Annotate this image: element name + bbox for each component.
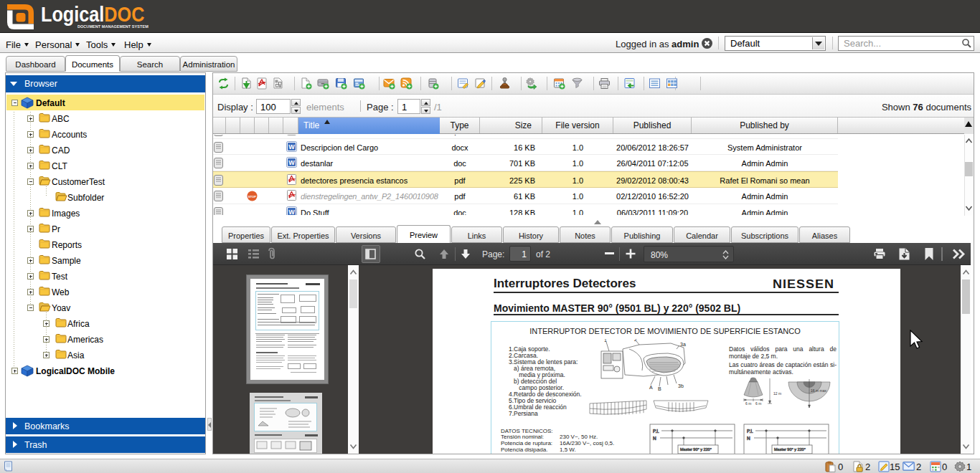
svg-text:Master 90° y 220°: Master 90° y 220° — [680, 447, 712, 452]
svg-text:16 m max: 16 m max — [811, 388, 826, 393]
svg-text:3b: 3b — [678, 383, 684, 388]
svg-text:Master 90° y 220°: Master 90° y 220° — [774, 447, 806, 452]
svg-text:12 m: 12 m — [773, 391, 781, 396]
svg-text:W: W — [288, 159, 295, 166]
svg-text:P.I.: P.I. — [653, 429, 659, 434]
svg-text:W: W — [288, 143, 295, 150]
svg-text:2: 2 — [634, 339, 637, 342]
svg-text:B: B — [658, 386, 661, 391]
svg-text:6 m: 6 m — [755, 401, 761, 406]
svg-text:6 m: 6 m — [745, 401, 751, 406]
svg-text:N: N — [653, 436, 656, 441]
svg-text:1: 1 — [604, 339, 607, 343]
svg-text:A: A — [649, 385, 653, 390]
svg-text:P.I.: P.I. — [747, 429, 753, 434]
svg-text:STOP: STOP — [248, 195, 257, 199]
svg-text:N: N — [747, 436, 750, 441]
svg-text:W: W — [288, 209, 295, 215]
svg-text:3a: 3a — [680, 342, 686, 347]
